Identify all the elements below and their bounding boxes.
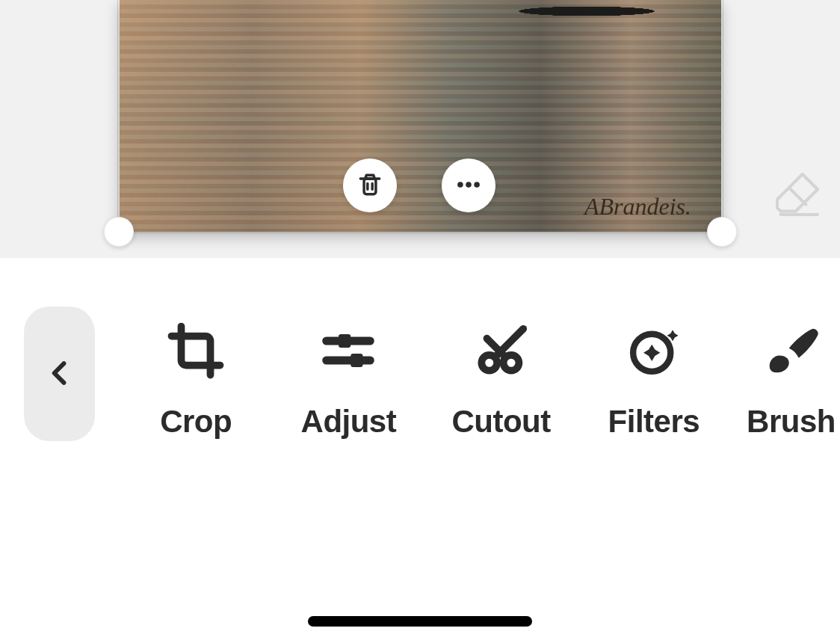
- svg-rect-6: [339, 334, 350, 348]
- painting-signature: ABrandeis.: [584, 193, 691, 221]
- more-icon: [454, 170, 483, 201]
- tool-filters-label: Filters: [608, 404, 700, 440]
- brush-icon: [762, 322, 821, 383]
- bottom-panel: Crop Adjust: [0, 258, 840, 643]
- chevron-left-icon: [43, 357, 76, 392]
- tool-crop-label: Crop: [160, 404, 232, 440]
- home-indicator[interactable]: [308, 616, 532, 627]
- tool-adjust[interactable]: Adjust: [272, 322, 424, 440]
- filters-icon: [625, 322, 683, 383]
- eraser-icon: [770, 167, 824, 224]
- painting-boat: [475, 4, 699, 18]
- svg-point-3: [474, 182, 480, 188]
- eraser-tool[interactable]: [768, 167, 827, 225]
- svg-point-1: [457, 182, 463, 188]
- selected-image[interactable]: ABrandeis.: [120, 0, 721, 232]
- svg-rect-0: [364, 179, 376, 194]
- more-button[interactable]: [442, 159, 495, 212]
- tool-cutout[interactable]: Cutout: [425, 322, 578, 440]
- delete-button[interactable]: [343, 159, 397, 212]
- svg-rect-7: [351, 354, 363, 367]
- tool-cutout-label: Cutout: [451, 404, 550, 440]
- tool-filters[interactable]: Filters: [578, 322, 730, 440]
- tool-adjust-label: Adjust: [301, 404, 397, 440]
- svg-point-2: [466, 182, 472, 188]
- tool-brush[interactable]: Brush: [730, 322, 840, 440]
- tool-strip[interactable]: Crop Adjust: [120, 322, 840, 440]
- canvas-area: ABrandeis.: [0, 0, 840, 258]
- crop-icon: [167, 322, 225, 383]
- adjust-icon: [319, 322, 377, 383]
- tool-brush-label: Brush: [747, 404, 836, 440]
- trash-icon: [356, 170, 384, 201]
- tool-crop[interactable]: Crop: [120, 322, 272, 440]
- back-button[interactable]: [24, 307, 95, 441]
- scissors-icon: [472, 322, 531, 383]
